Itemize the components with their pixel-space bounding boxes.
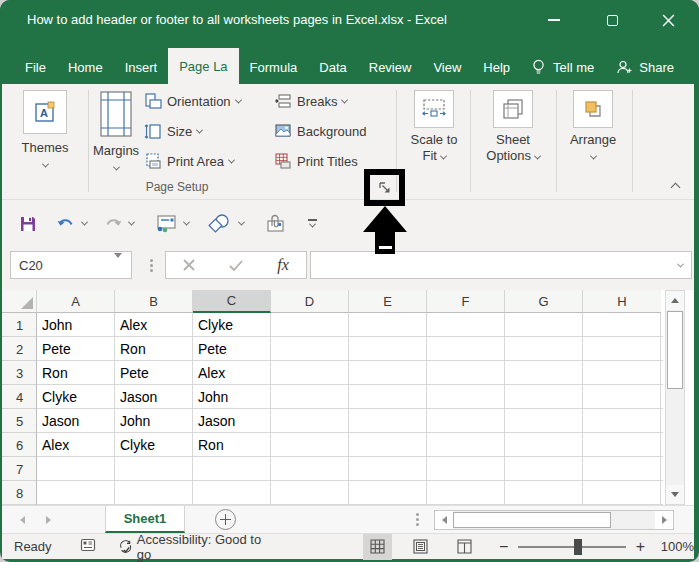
column-header-c[interactable]: C bbox=[193, 290, 271, 313]
column-header-h[interactable]: H bbox=[583, 290, 661, 313]
redo-button[interactable] bbox=[99, 209, 127, 239]
row-header-7[interactable]: 7 bbox=[2, 457, 37, 481]
undo-button[interactable] bbox=[52, 209, 80, 239]
cell-a3[interactable]: Ron bbox=[37, 361, 115, 385]
cell-b5[interactable]: John bbox=[115, 409, 193, 433]
row-header-8[interactable]: 8 bbox=[2, 481, 37, 505]
column-header-b[interactable]: B bbox=[115, 290, 193, 313]
select-all-corner[interactable] bbox=[2, 290, 37, 313]
cell-b4[interactable]: Jason bbox=[115, 385, 193, 409]
tab-help[interactable]: Help bbox=[472, 50, 521, 84]
cell-b1[interactable]: Alex bbox=[115, 313, 193, 337]
scroll-down-button[interactable] bbox=[666, 485, 684, 504]
formula-input[interactable] bbox=[310, 251, 692, 279]
sheet-nav-right-button[interactable] bbox=[46, 516, 51, 524]
shapes-button[interactable] bbox=[203, 209, 237, 239]
horizontal-scrollbar-thumb[interactable] bbox=[453, 512, 611, 528]
spreadsheet-grid[interactable]: John Alex Clyke Pete Ron Pete Ron Pete A… bbox=[37, 313, 663, 505]
drag-dots-icon[interactable] bbox=[416, 511, 419, 528]
zoom-slider[interactable] bbox=[518, 546, 626, 548]
tab-file[interactable]: File bbox=[14, 50, 57, 84]
sheet-tab-sheet1[interactable]: Sheet1 bbox=[105, 506, 185, 533]
cell-a4[interactable]: Clyke bbox=[37, 385, 115, 409]
cancel-icon[interactable] bbox=[183, 259, 195, 271]
macro-record-button[interactable] bbox=[80, 537, 96, 556]
enter-check-icon[interactable] bbox=[229, 260, 243, 271]
maximize-button[interactable] bbox=[601, 12, 623, 28]
customize-qat-button[interactable] bbox=[304, 209, 321, 239]
cell-b6[interactable]: Clyke bbox=[115, 433, 193, 457]
scroll-right-button[interactable] bbox=[655, 511, 673, 529]
row-header-5[interactable]: 5 bbox=[2, 409, 37, 433]
themes-button[interactable]: A Themes bbox=[8, 88, 82, 194]
tab-formulas[interactable]: Formula bbox=[239, 50, 309, 84]
print-area-button[interactable]: Print Area bbox=[144, 148, 234, 174]
cell-c6[interactable]: Ron bbox=[193, 433, 271, 457]
save-button[interactable] bbox=[14, 209, 42, 239]
column-header-e[interactable]: E bbox=[349, 290, 427, 313]
cell-a6[interactable]: Alex bbox=[37, 433, 115, 457]
size-button[interactable]: Size bbox=[144, 118, 202, 144]
vertical-scrollbar[interactable] bbox=[665, 290, 685, 505]
cell-a2[interactable]: Pete bbox=[37, 337, 115, 361]
cell-c3[interactable]: Alex bbox=[193, 361, 271, 385]
vertical-scrollbar-thumb[interactable] bbox=[667, 311, 683, 389]
row-header-3[interactable]: 3 bbox=[2, 361, 37, 385]
mail-people-button[interactable] bbox=[150, 209, 182, 239]
cell-b2[interactable]: Ron bbox=[115, 337, 193, 361]
collapse-ribbon-icon[interactable] bbox=[671, 183, 681, 193]
minimize-button[interactable] bbox=[543, 12, 565, 28]
row-header-1[interactable]: 1 bbox=[2, 313, 37, 337]
page-break-view-button[interactable] bbox=[451, 534, 480, 560]
chevron-down-icon[interactable] bbox=[81, 219, 88, 226]
row-header-2[interactable]: 2 bbox=[2, 337, 37, 361]
tab-home[interactable]: Home bbox=[57, 50, 114, 84]
attachment-button[interactable] bbox=[260, 209, 290, 239]
share-button[interactable]: Share bbox=[605, 50, 685, 84]
formula-bar-expand-icon[interactable] bbox=[677, 260, 684, 267]
tell-me-button[interactable]: Tell me bbox=[521, 50, 605, 84]
cell-a5[interactable]: Jason bbox=[37, 409, 115, 433]
tab-insert[interactable]: Insert bbox=[114, 50, 169, 84]
zoom-slider-handle[interactable] bbox=[574, 539, 582, 555]
column-header-g[interactable]: G bbox=[505, 290, 583, 313]
zoom-level[interactable]: 100% bbox=[661, 539, 694, 554]
chevron-down-icon[interactable] bbox=[183, 219, 190, 226]
column-header-d[interactable]: D bbox=[271, 290, 349, 313]
cell-c5[interactable]: Jason bbox=[193, 409, 271, 433]
page-layout-view-button[interactable] bbox=[406, 534, 435, 560]
cell-b3[interactable]: Pete bbox=[115, 361, 193, 385]
drag-dots-icon[interactable] bbox=[150, 257, 153, 274]
normal-view-button[interactable] bbox=[363, 534, 392, 560]
insert-function-button[interactable]: fx bbox=[277, 256, 289, 274]
sheet-nav-left-button[interactable] bbox=[20, 516, 25, 524]
add-sheet-button[interactable] bbox=[215, 509, 236, 530]
tab-review[interactable]: Review bbox=[358, 50, 423, 84]
dialog-launcher-icon[interactable] bbox=[378, 181, 392, 195]
scroll-left-button[interactable] bbox=[435, 511, 453, 529]
tab-data[interactable]: Data bbox=[308, 50, 357, 84]
tab-page-layout[interactable]: Page La bbox=[168, 48, 238, 84]
tab-view[interactable]: View bbox=[422, 50, 472, 84]
margins-button[interactable]: Margins bbox=[92, 88, 140, 194]
breaks-button[interactable]: Breaks bbox=[274, 88, 347, 114]
row-header-6[interactable]: 6 bbox=[2, 433, 37, 457]
column-header-f[interactable]: F bbox=[427, 290, 505, 313]
name-box-dropdown-icon[interactable] bbox=[114, 253, 122, 273]
column-header-a[interactable]: A bbox=[37, 290, 115, 313]
cell-c1[interactable]: Clyke bbox=[193, 313, 271, 337]
background-button[interactable]: Background bbox=[274, 118, 366, 144]
scroll-up-button[interactable] bbox=[666, 291, 684, 310]
sheet-options-button[interactable]: Sheet Options bbox=[478, 88, 548, 194]
chevron-down-icon[interactable] bbox=[128, 219, 135, 226]
scale-to-fit-button[interactable]: Scale to Fit bbox=[402, 88, 466, 194]
zoom-out-button[interactable]: − bbox=[497, 538, 510, 556]
zoom-in-button[interactable]: + bbox=[634, 538, 647, 556]
close-button[interactable] bbox=[657, 12, 679, 28]
cell-c2[interactable]: Pete bbox=[193, 337, 271, 361]
name-box[interactable]: C20 bbox=[10, 251, 132, 279]
print-titles-button[interactable]: Print Titles bbox=[274, 148, 358, 174]
accessibility-status[interactable]: Accessibility: Good to go bbox=[118, 532, 265, 562]
horizontal-scrollbar[interactable] bbox=[434, 510, 674, 530]
orientation-button[interactable]: Orientation bbox=[144, 88, 241, 114]
